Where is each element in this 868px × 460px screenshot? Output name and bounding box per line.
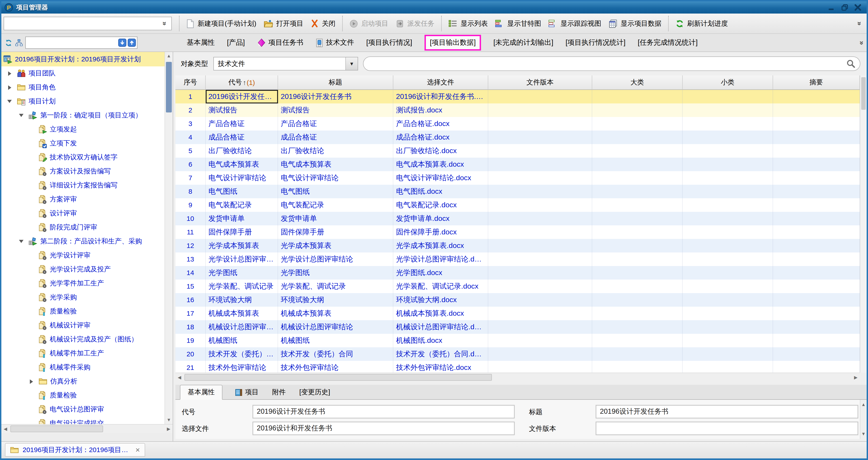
- cell-code[interactable]: 机械图纸: [206, 334, 278, 347]
- cell-num[interactable]: 16: [176, 293, 206, 307]
- cell-minor[interactable]: [683, 103, 773, 117]
- cell-file[interactable]: 电气成本预算表.docx: [393, 158, 488, 171]
- cell-summary[interactable]: [773, 103, 860, 117]
- file-field[interactable]: [253, 422, 515, 435]
- cell-version[interactable]: [488, 307, 592, 320]
- column-header-summary[interactable]: 摘要: [773, 75, 860, 90]
- cell-file[interactable]: 产品合格证.docx: [393, 117, 488, 131]
- cell-summary[interactable]: [773, 280, 860, 293]
- cell-summary[interactable]: [773, 225, 860, 239]
- cell-minor[interactable]: [683, 131, 773, 144]
- tree-item[interactable]: 光学采购: [1, 290, 164, 304]
- cell-num[interactable]: 11: [176, 225, 206, 239]
- tabs-overflow-chevron-icon[interactable]: «: [857, 41, 865, 45]
- cell-major[interactable]: [592, 280, 683, 293]
- cell-major[interactable]: [592, 266, 683, 280]
- sync-icon[interactable]: [4, 39, 13, 47]
- cell-major[interactable]: [592, 334, 683, 347]
- table-row[interactable]: 3产品合格证产品合格证产品合格证.docx: [176, 117, 860, 131]
- double-down-chevron-icon[interactable]: «: [160, 22, 167, 26]
- tree-item[interactable]: 详细设计方案报告编写: [1, 178, 164, 192]
- cell-title[interactable]: 电气图纸: [278, 185, 393, 198]
- cell-num[interactable]: 12: [176, 239, 206, 253]
- cell-file[interactable]: 测试报告.docx: [393, 103, 488, 117]
- tree-item[interactable]: 机械零件采购: [1, 360, 164, 374]
- table-row[interactable]: 16环境试验大纲环境试验大纲环境试验大纲.docx: [176, 293, 860, 307]
- cell-file[interactable]: 机械设计总图评审结论.docx: [393, 320, 488, 334]
- cell-file[interactable]: 技术开发（委托）合同.docx: [393, 347, 488, 361]
- tree-vscroll-thumb[interactable]: [166, 62, 172, 112]
- tree-item[interactable]: 质量检验: [1, 304, 164, 319]
- cell-major[interactable]: [592, 103, 683, 117]
- cell-title[interactable]: 技术开发（委托）合同: [278, 347, 393, 361]
- table-row[interactable]: 4成品合格证成品合格证成品合格证.docx: [176, 131, 860, 144]
- cell-code[interactable]: 电气设计评审结论: [206, 171, 278, 185]
- cell-minor[interactable]: [683, 117, 773, 131]
- show-list-button[interactable]: 显示列表: [445, 15, 491, 32]
- chevron-down-icon[interactable]: [17, 240, 26, 243]
- tree-item[interactable]: 机械设计评审: [1, 319, 164, 332]
- cell-version[interactable]: [488, 212, 592, 225]
- table-hscroll-thumb[interactable]: [184, 374, 492, 381]
- show-project-data-button[interactable]: 显示项目数据: [605, 15, 665, 32]
- tab-technical-files[interactable]: 技术文件: [315, 38, 354, 47]
- tab-project-output-data[interactable]: [项目输出数据]: [425, 35, 481, 51]
- tree-item[interactable]: 方案设计及报告编写: [1, 164, 164, 178]
- cell-code[interactable]: 发货申请单: [206, 212, 278, 225]
- cell-summary[interactable]: [773, 239, 860, 253]
- cell-num[interactable]: 14: [176, 266, 206, 280]
- tree-item[interactable]: 机械设计完成及投产（图纸）: [1, 332, 164, 347]
- cell-code[interactable]: 光学设计总图评审结论: [206, 253, 278, 266]
- cell-summary[interactable]: [773, 185, 860, 198]
- cell-title[interactable]: 光学装配、调试记录: [278, 280, 393, 293]
- cell-major[interactable]: [592, 320, 683, 334]
- tree-item[interactable]: 光学设计完成及投产: [1, 262, 164, 276]
- tree-item[interactable]: 电气设计完成提交: [1, 417, 164, 424]
- cell-file[interactable]: 机械图纸.docx: [393, 334, 488, 347]
- column-header-code[interactable]: 代号↑(1): [206, 75, 278, 90]
- tab-task-completion-stats[interactable]: [任务完成情况统计]: [638, 38, 698, 47]
- table-vscroll-thumb[interactable]: [861, 77, 866, 110]
- cell-minor[interactable]: [683, 347, 773, 361]
- cell-summary[interactable]: [773, 158, 860, 171]
- cell-summary[interactable]: [773, 198, 860, 212]
- cell-num[interactable]: 19: [176, 334, 206, 347]
- cell-code[interactable]: 光学成本预算表: [206, 239, 278, 253]
- cell-minor[interactable]: [683, 320, 773, 334]
- cell-summary[interactable]: [773, 253, 860, 266]
- table-row[interactable]: 9电气装配记录电气装配记录电气装配记录.docx: [176, 198, 860, 212]
- cell-summary[interactable]: [773, 131, 860, 144]
- cell-title[interactable]: 环境试验大纲: [278, 293, 393, 307]
- tree-item[interactable]: 质量检验: [1, 388, 164, 402]
- cell-title[interactable]: 机械成本预算表: [278, 307, 393, 320]
- cell-minor[interactable]: [683, 280, 773, 293]
- tab-unfinished-plan-output[interactable]: [未完成的计划输出]: [493, 38, 553, 47]
- cell-version[interactable]: [488, 253, 592, 266]
- scroll-up-icon[interactable]: ▲: [165, 52, 173, 60]
- detail-tab-basic-properties[interactable]: 基本属性: [180, 385, 222, 400]
- cell-num[interactable]: 13: [176, 253, 206, 266]
- table-vertical-scrollbar[interactable]: [860, 75, 867, 372]
- cell-code[interactable]: 机械成本预算表: [206, 307, 278, 320]
- cell-version[interactable]: [488, 198, 592, 212]
- cell-minor[interactable]: [683, 334, 773, 347]
- cell-version[interactable]: [488, 361, 592, 372]
- cell-title[interactable]: 电气设计评审结论: [278, 171, 393, 185]
- cell-num[interactable]: 2: [176, 103, 206, 117]
- chevron-right-icon[interactable]: [5, 85, 14, 90]
- combo-dropdown-icon[interactable]: ▼: [345, 57, 358, 70]
- cell-major[interactable]: [592, 212, 683, 225]
- tab-project-task-book[interactable]: 项目任务书: [257, 38, 303, 47]
- cell-major[interactable]: [592, 293, 683, 307]
- cell-num[interactable]: 8: [176, 185, 206, 198]
- cell-summary[interactable]: [773, 361, 860, 372]
- detail-tab-attachments[interactable]: 附件: [271, 385, 287, 399]
- cell-file[interactable]: 固件保障手册.docx: [393, 225, 488, 239]
- cell-code[interactable]: 电气图纸: [206, 185, 278, 198]
- cell-title[interactable]: 技术外包评审结论: [278, 361, 393, 372]
- tree-item[interactable]: 阶段完成门评审: [1, 220, 164, 234]
- show-gantt-button[interactable]: 显示甘特图: [491, 15, 545, 32]
- cell-version[interactable]: [488, 103, 592, 117]
- cell-version[interactable]: [488, 334, 592, 347]
- tree-root-item[interactable]: 20196项目开发计划：20196项目开发计划: [1, 52, 164, 66]
